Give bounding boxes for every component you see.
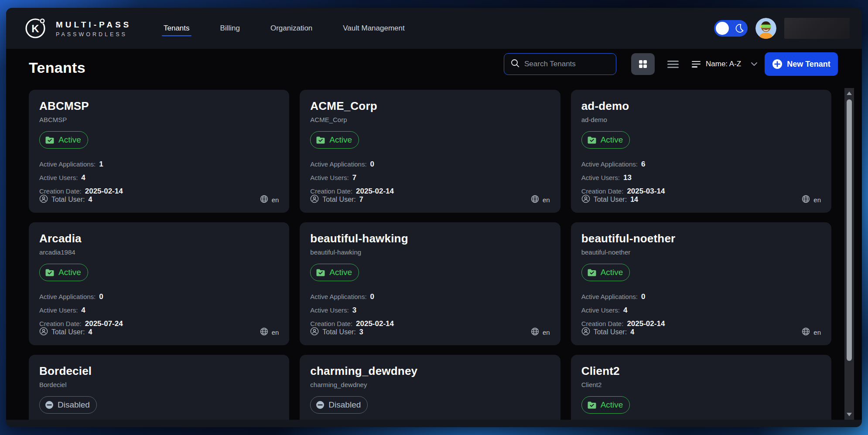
chevron-down-icon: [751, 62, 758, 66]
tenant-card[interactable]: beautiful-hawking beautiful-hawking: [300, 222, 560, 345]
minus-circle-icon: [45, 401, 54, 409]
top-navigation-bar: K MULTI-PASS PASSWORDLESS Tenants Billin…: [6, 8, 862, 49]
user-menu-name-redacted[interactable]: [784, 18, 850, 39]
vertical-scrollbar: [844, 88, 854, 420]
tenant-name: Bordeciel: [39, 364, 279, 378]
brand-name: MULTI-PASS PASSWORDLESS: [56, 20, 131, 37]
tenant-grid: ABCMSP ABCMSP: [6, 90, 862, 420]
status-badge: Disabled: [39, 396, 97, 414]
stat-active-applications: Active Applications: 0: [310, 160, 550, 169]
user-avatar[interactable]: [755, 18, 776, 39]
user-icon: [310, 327, 319, 337]
status-label: Active: [58, 268, 81, 277]
status-label: Active: [58, 135, 81, 145]
nav-tab-organization[interactable]: Organization: [268, 20, 315, 37]
new-tenant-label: New Tenant: [787, 60, 830, 69]
status-label: Active: [601, 400, 623, 410]
list-view-button[interactable]: [663, 53, 683, 75]
tenant-slug: ACME_Corp: [310, 116, 550, 123]
app-window: K MULTI-PASS PASSWORDLESS Tenants Billin…: [6, 8, 862, 427]
status-badge: Active: [581, 264, 630, 281]
language-code: en: [543, 196, 550, 204]
tenant-stats: Active Applications: 6 Active Users: 13 …: [581, 160, 821, 196]
tenant-name: beautiful-hawking: [310, 232, 550, 245]
status-label: Active: [601, 135, 623, 145]
status-badge: Active: [310, 131, 359, 149]
tenant-card[interactable]: ABCMSP ABCMSP: [29, 90, 289, 213]
tenant-card[interactable]: ad-demo ad-demo: [571, 90, 831, 213]
sort-control[interactable]: Name: A-Z: [692, 53, 758, 75]
globe-icon: [260, 327, 268, 337]
folder-check-icon: [45, 136, 55, 144]
tenant-card[interactable]: Client2 Client2: [571, 355, 831, 420]
tenant-stats: Active Applications: 0 Active Users: 4 C…: [39, 292, 279, 328]
nav-tab-tenants[interactable]: Tenants: [161, 20, 192, 37]
globe-icon: [260, 195, 268, 205]
status-badge: Active: [39, 264, 88, 281]
tenant-stats: Active Applications: 0 Active Users: 4 C…: [581, 292, 821, 328]
folder-check-icon: [316, 136, 325, 144]
tenant-stats: Active Applications: 0 Active Users: 3 C…: [310, 292, 550, 328]
tenant-card[interactable]: charming_dewdney charming_dewdney: [300, 355, 560, 420]
search-box: [504, 53, 616, 75]
nav-tab-billing[interactable]: Billing: [218, 20, 243, 37]
card-footer: Total User: 7 en: [310, 194, 550, 205]
grid-view-button[interactable]: [631, 53, 655, 75]
stat-active-users: Active Users: 4: [39, 306, 279, 315]
tenant-name: charming_dewdney: [310, 364, 550, 378]
status-badge: Active: [581, 131, 630, 149]
sort-label: Name: A-Z: [706, 60, 741, 68]
scrollbar-thumb[interactable]: [847, 99, 852, 361]
globe-icon: [802, 195, 810, 205]
moon-icon: [735, 23, 744, 35]
scroll-down-arrow[interactable]: [844, 410, 854, 419]
user-icon: [581, 327, 590, 337]
stat-active-applications: Active Applications: 0: [310, 292, 550, 301]
language-code: en: [272, 196, 279, 204]
stat-active-users: Active Users: 7: [310, 173, 550, 182]
tenant-name: ABCMSP: [39, 99, 279, 113]
status-label: Active: [329, 268, 352, 277]
status-badge: Active: [581, 396, 630, 414]
status-label: Disabled: [58, 400, 90, 410]
header-right: [714, 8, 850, 49]
language-code: en: [813, 196, 821, 204]
folder-check-icon: [45, 268, 55, 277]
stat-active-applications: Active Applications: 1: [39, 160, 279, 169]
status-badge: Active: [310, 264, 359, 281]
status-badge: Disabled: [310, 396, 368, 414]
main-content: Tenants Name: A-Z: [6, 49, 862, 420]
toggle-knob: [716, 22, 729, 35]
brand-logo-icon: K: [24, 16, 48, 42]
list-icon: [667, 61, 679, 68]
sort-icon: [692, 61, 701, 68]
tenant-cards-viewport: ABCMSP ABCMSP: [6, 90, 862, 420]
tenant-card[interactable]: ACME_Corp ACME_Corp: [300, 90, 560, 213]
card-footer: Total User: 14 en: [581, 194, 821, 205]
stat-active-applications: Active Applications: 0: [39, 292, 279, 301]
scroll-up-arrow[interactable]: [844, 89, 854, 98]
tenant-name: Arcadia: [39, 232, 279, 245]
user-icon: [39, 327, 48, 337]
search-input[interactable]: [524, 60, 610, 68]
nav-tab-vault-management[interactable]: Vault Management: [340, 20, 407, 37]
stat-active-users: Active Users: 4: [581, 306, 821, 315]
tenant-card[interactable]: Arcadia arcadia1984: [29, 222, 289, 345]
folder-check-icon: [587, 268, 597, 277]
plus-circle-icon: [772, 59, 783, 69]
search-icon: [510, 58, 520, 70]
tenant-card[interactable]: beautiful-noether beautiful-noether: [571, 222, 831, 345]
globe-icon: [531, 327, 539, 337]
tenant-card[interactable]: Bordeciel Bordeciel: [29, 355, 289, 420]
status-label: Active: [329, 135, 352, 145]
tenant-slug: Client2: [581, 381, 821, 388]
globe-icon: [802, 327, 810, 337]
user-icon: [581, 194, 590, 205]
brand-line2: PASSWORDLESS: [56, 31, 131, 37]
tenant-slug: Bordeciel: [39, 381, 279, 388]
tenant-name: beautiful-noether: [581, 232, 821, 245]
new-tenant-button[interactable]: New Tenant: [765, 52, 838, 76]
tenant-stats: Active Applications: 0 Active Users: 7 C…: [310, 160, 550, 196]
main-nav: Tenants Billing Organization Vault Manag…: [161, 8, 407, 49]
theme-toggle[interactable]: [714, 20, 748, 37]
